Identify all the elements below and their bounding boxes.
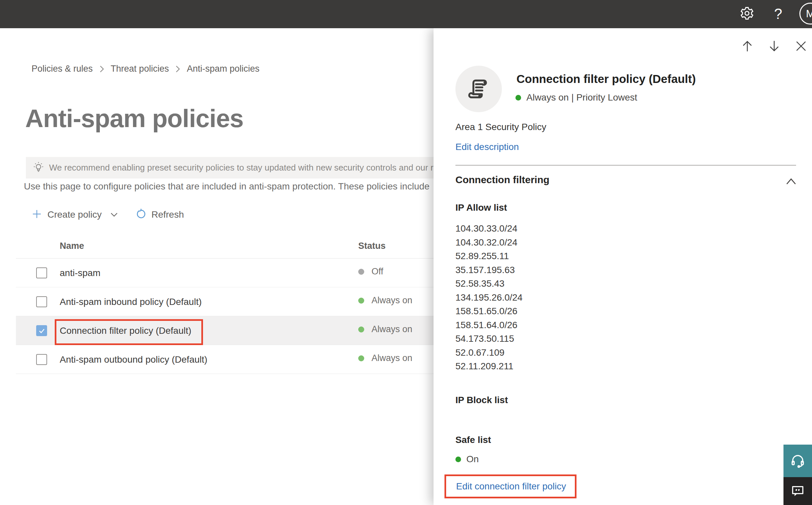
settings-button[interactable] [738,5,756,23]
policy-description: Area 1 Security Policy [455,122,546,132]
checkmark-icon [38,327,46,335]
ip-allow-entry: 52.0.67.109 [455,346,523,360]
ip-allow-entry: 104.30.32.0/24 [455,235,523,249]
ip-allow-entry: 52.58.35.43 [455,277,523,291]
page-title: Anti-spam policies [25,104,243,133]
breadcrumb-policies-rules[interactable]: Policies & rules [31,64,93,74]
avatar-initial: M [806,8,812,20]
toolbar: Create policy Refresh [31,206,184,223]
chat-bubble-icon [790,483,805,499]
arrow-down-icon [767,39,781,53]
edit-description-link[interactable]: Edit description [455,142,519,152]
flyout-title: Connection filter policy (Default) [517,72,696,86]
annotation-box: Edit connection filter policy [444,475,577,498]
ip-allow-list-title: IP Allow list [455,202,507,213]
feedback-chat-button[interactable] [784,477,812,505]
plus-icon [31,209,42,221]
status-label: Always on [372,324,412,334]
edit-connection-filter-policy-link[interactable]: Edit connection filter policy [456,481,566,492]
row-checkbox-checked[interactable] [36,325,47,336]
policy-name[interactable]: Anti-spam inbound policy (Default) [60,297,202,307]
policy-status: Off [358,267,383,277]
chevron-right-icon [99,65,105,73]
table-row[interactable]: Anti-spam outbound policy (Default) Alwa… [16,345,433,374]
divider [455,165,796,166]
flyout-status: Always on | Priority Lowest [516,92,637,103]
policy-status: Always on [358,295,412,306]
flyout-status-label: Always on | Priority Lowest [527,92,637,103]
row-checkbox[interactable] [36,268,47,278]
chevron-up-icon [785,177,797,185]
safe-list-title: Safe list [455,435,491,445]
chevron-right-icon [175,65,181,73]
close-flyout-button[interactable] [792,37,810,55]
section-title-connection-filtering: Connection filtering [455,174,549,185]
next-item-button[interactable] [766,37,783,55]
table-row[interactable]: anti-spam Off [16,259,433,287]
breadcrumb: Policies & rules Threat policies Anti-sp… [31,64,259,74]
status-dot [358,298,364,304]
page-description: Use this page to configure policies that… [24,181,433,192]
status-label: Off [372,267,383,277]
ip-allow-entry: 134.195.26.0/24 [455,291,523,305]
column-header-name[interactable]: Name [60,241,84,251]
ip-allow-entry: 158.51.64.0/26 [455,318,523,332]
breadcrumb-threat-policies[interactable]: Threat policies [111,64,169,74]
create-policy-label: Create policy [47,209,102,220]
safe-list-status: On [455,454,479,465]
policy-name[interactable]: anti-spam [60,268,100,278]
collapse-section-button[interactable] [785,176,798,186]
screen: ? M Policies & rules Threat policies Ant… [0,0,812,505]
create-policy-button[interactable]: Create policy [31,209,118,221]
table-header: Name Status [16,232,433,259]
ip-allow-entry: 54.173.50.115 [455,332,523,346]
policy-name[interactable]: Connection filter policy (Default) [60,326,191,336]
refresh-button[interactable]: Refresh [135,208,184,221]
status-label: Always on [372,353,412,363]
breadcrumb-anti-spam-policies: Anti-spam policies [187,64,259,74]
arrow-up-icon [740,39,754,53]
ip-block-list-title: IP Block list [455,395,508,405]
status-label: Always on [372,295,412,306]
table-row[interactable]: Anti-spam inbound policy (Default) Alway… [16,287,433,316]
refresh-icon [135,208,147,221]
ip-allow-entry: 35.157.195.63 [455,263,523,277]
question-mark-icon: ? [774,6,782,22]
status-dot [358,355,364,361]
status-dot [358,327,364,332]
row-checkbox[interactable] [36,296,47,307]
policy-badge [455,66,502,112]
headset-icon [790,453,806,469]
policy-status: Always on [358,324,412,334]
lightbulb-icon [32,161,44,175]
ip-allow-entry: 52.89.255.11 [455,249,523,263]
policy-name[interactable]: Anti-spam outbound policy (Default) [60,354,207,365]
status-dot [358,269,364,275]
scroll-policy-icon [466,76,491,102]
table-row-selected[interactable]: Connection filter policy (Default) Alway… [16,316,433,345]
previous-item-button[interactable] [739,37,756,55]
ip-allow-entry: 104.30.33.0/24 [455,222,523,235]
top-bar: ? M [0,0,812,28]
ip-allow-list: 104.30.33.0/24104.30.32.0/2452.89.255.11… [455,222,523,373]
banner-text: We recommend enabling preset security po… [49,163,466,173]
safe-list-value: On [466,454,479,465]
status-dot [516,95,521,101]
row-checkbox[interactable] [36,354,47,365]
ip-allow-entry: 158.51.65.0/26 [455,304,523,318]
close-icon [794,39,808,53]
column-header-status[interactable]: Status [358,241,386,251]
ip-allow-entry: 52.11.209.211 [455,359,523,373]
refresh-label: Refresh [151,209,184,220]
help-button[interactable]: ? [770,5,787,23]
policy-details-flyout: Connection filter policy (Default) Alway… [433,28,812,505]
policy-status: Always on [358,353,412,363]
account-avatar[interactable]: M [799,3,812,25]
policies-table: Name Status anti-spam Off Anti-spam inbo… [16,232,433,374]
support-button[interactable] [784,445,812,477]
status-dot [455,457,461,462]
chevron-down-icon [110,212,118,218]
gear-icon [740,6,754,22]
